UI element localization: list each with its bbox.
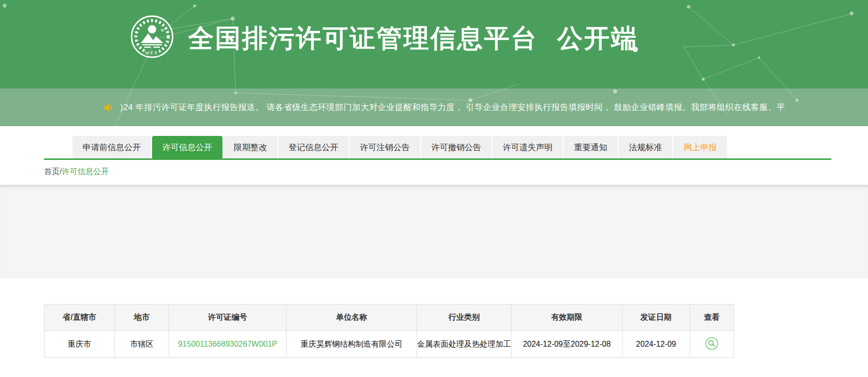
col-header-industry: 行业类别 [417,305,512,331]
tab-loss-declaration[interactable]: 许可遗失声明 [492,136,563,158]
col-header-company: 单位名称 [287,305,417,331]
tab-cancellation-notice[interactable]: 许可注销公告 [350,136,420,158]
col-header-issue-date: 发证日期 [623,305,690,331]
announcement-text: )24 年排污许可证年度执行报告报送。 请各省级生态环境部门加大对企业提醒和指导… [120,102,785,113]
breadcrumb-current: 许可信息公开 [62,167,109,176]
magnifier-circle-icon [705,337,718,350]
cell-city: 市辖区 [115,331,169,358]
col-header-view: 查看 [690,305,734,331]
breadcrumb-home-link[interactable]: 首页 [44,167,60,176]
col-header-province: 省/直辖市 [45,305,115,331]
cell-province: 重庆市 [45,331,115,358]
tab-important-notice[interactable]: 重要通知 [564,136,618,158]
tab-underline [44,158,831,160]
permit-public-portal-page: MEE 全国排污许可证管理信息平台 公开端 )24 年排污许可证年度执行报告报送… [0,0,868,377]
breadcrumb: 首页/许可信息公开 [44,167,109,177]
permit-number-link[interactable]: 91500113668930267W001P [178,340,277,348]
tab-registration-info[interactable]: 登记信息公开 [278,136,349,158]
view-detail-button[interactable] [705,337,718,350]
col-header-city: 地市 [115,305,169,331]
announcement-banner: )24 年排污许可证年度执行报告报送。 请各省级生态环境部门加大对企业提醒和指导… [0,89,868,126]
col-header-permit-no: 许可证编号 [169,305,287,331]
site-header: MEE 全国排污许可证管理信息平台 公开端 [0,0,868,89]
tab-rectification[interactable]: 限期整改 [223,136,277,158]
mee-logo[interactable]: MEE [130,15,174,59]
page-title: 全国排污许可证管理信息平台 公开端 [188,22,638,56]
logo-mee-text: MEE [145,50,159,55]
tab-regulations[interactable]: 法规标准 [619,136,672,158]
table-header-row: 省/直辖市 地市 许可证编号 单位名称 行业类别 有效期限 发证日期 查看 [45,305,734,331]
tab-online-application[interactable]: 网上申报 [673,136,727,158]
speaker-icon [104,103,115,112]
tab-permit-info-disclosure[interactable]: 许可信息公开 [152,136,223,158]
search-filter-panel: 省/直辖市: ==请选择省份== 地市: ==请选择城市== 单位名称: 许可证… [0,185,868,279]
cell-industry: 金属表面处理及热处理加工 [417,331,512,358]
col-header-validity: 有效期限 [512,305,623,331]
main-nav-tabs: 申请前信息公开 许可信息公开 限期整改 登记信息公开 许可注销公告 许可撤销公告… [72,136,727,158]
cell-validity: 2024-12-09至2029-12-08 [512,331,623,358]
cell-company: 重庆昊辉钢结构制造有限公司 [287,331,417,358]
tab-pre-application-disclosure[interactable]: 申请前信息公开 [72,136,151,158]
cell-issue-date: 2024-12-09 [623,331,690,358]
tab-revocation-notice[interactable]: 许可撤销公告 [421,136,491,158]
table-row: 重庆市 市辖区 91500113668930267W001P 重庆昊辉钢结构制造… [45,331,734,358]
results-table: 省/直辖市 地市 许可证编号 单位名称 行业类别 有效期限 发证日期 查看 重庆… [44,304,734,358]
